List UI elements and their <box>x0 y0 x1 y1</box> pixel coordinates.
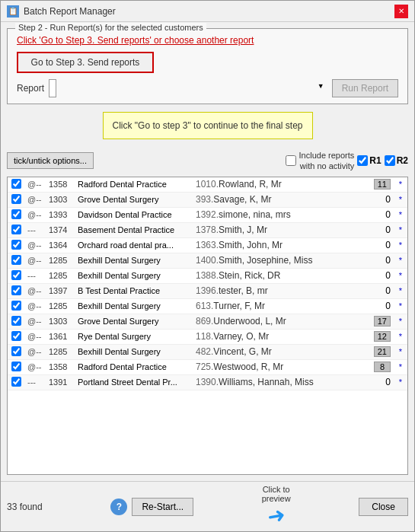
star-cell[interactable]: * <box>394 374 407 390</box>
num-badge: 21 <box>374 346 391 357</box>
goto-step3-button[interactable]: Go to Step 3. Send reports <box>17 52 154 73</box>
contact-id-cell: 1388.Stein, Rick, DR <box>193 268 371 283</box>
practice-name-cell: Grove Dental Surgery <box>75 314 193 329</box>
window-title: Batch Report Manager <box>24 6 116 17</box>
table-row: @-- 1361 Rye Dental Surgery 118.Varney, … <box>8 329 407 344</box>
row-checkbox-cell <box>8 192 24 207</box>
practice-name-cell: Bexhill Dental Surgery <box>75 268 193 283</box>
row-checkbox[interactable] <box>11 194 21 204</box>
contact-name: Smith, John, Mr <box>219 240 283 250</box>
preview-arrow-icon: ➜ <box>265 502 286 529</box>
contact-name: Williams, Hannah, Miss <box>219 377 314 387</box>
num-cell: 17 <box>371 314 394 329</box>
row-checkbox[interactable] <box>11 255 21 265</box>
window-close-button[interactable]: ✕ <box>394 5 408 18</box>
table-row: --- 1374 Basement Dental Practice 1378.S… <box>8 222 407 237</box>
include-no-activity-checkbox[interactable] <box>286 155 296 166</box>
contact-id: 393. <box>196 194 213 205</box>
star-cell[interactable]: * <box>394 192 407 207</box>
star-cell[interactable]: * <box>394 298 407 314</box>
star-cell[interactable]: * <box>394 268 407 283</box>
restart-button[interactable]: Re-Start... <box>132 498 193 516</box>
customer-table-wrapper: @-- 1358 Radford Dental Practice 1010.Ro… <box>7 177 408 475</box>
r2-checkbox[interactable] <box>385 155 395 166</box>
r2-label: R2 <box>397 155 408 166</box>
practice-id-cell: 1374 <box>46 222 75 237</box>
contact-id-cell: 1010.Rowland, R, Mr <box>193 177 371 193</box>
contact-id: 1392. <box>196 209 219 220</box>
contact-id: 1010. <box>196 179 219 190</box>
contact-name: Savage, K, Mr <box>213 194 271 205</box>
row-checkbox[interactable] <box>11 362 21 371</box>
table-row: @-- 1303 Grove Dental Surgery 393.Savage… <box>8 192 407 207</box>
num-badge: 17 <box>374 316 391 327</box>
contact-id: 613. <box>196 301 213 311</box>
contact-name: Smith, J, Mr <box>219 225 267 235</box>
r1-checkbox[interactable] <box>357 155 368 166</box>
close-button[interactable]: Close <box>359 498 408 516</box>
practice-name-cell: Bexhill Dental Surgery <box>75 298 193 314</box>
practice-id-cell: 1285 <box>46 344 75 359</box>
contact-id-cell: 869.Underwood, L, Mr <box>193 314 371 329</box>
step3-link[interactable]: Go to Step 3. Send reports <box>41 35 150 46</box>
practice-id-cell: 1285 <box>46 253 75 268</box>
num-cell: 11 <box>371 177 394 193</box>
table-row: @-- 1285 Bexhill Dental Surgery 1400.Smi… <box>8 253 407 268</box>
contact-id-cell: 613.Turner, F, Mr <box>193 298 371 314</box>
row-checkbox[interactable] <box>11 377 21 387</box>
row-checkbox[interactable] <box>11 301 21 311</box>
star-cell[interactable]: * <box>394 177 407 193</box>
table-row: @-- 1358 Radford Dental Practice 1010.Ro… <box>8 177 407 193</box>
row-checkbox[interactable] <box>11 316 21 326</box>
at-cell: @-- <box>24 329 46 344</box>
contact-id-cell: 1390.Williams, Hannah, Miss <box>193 374 371 390</box>
num-cell: 0 <box>371 268 394 283</box>
star-cell[interactable]: * <box>394 359 407 374</box>
practice-name-cell: Radford Dental Practice <box>75 359 193 374</box>
contact-name: Vincent, G, Mr <box>213 346 271 357</box>
report-dropdown[interactable] <box>49 79 56 97</box>
contact-id: 1390. <box>196 377 219 387</box>
row-checkbox[interactable] <box>11 331 21 341</box>
r1-label: R1 <box>369 155 381 166</box>
at-cell: --- <box>24 268 46 283</box>
table-row: @-- 1364 Orchard road dental pra... 1363… <box>8 237 407 253</box>
num-cell: 8 <box>371 359 394 374</box>
star-cell[interactable]: * <box>394 222 407 237</box>
step2-label: Step 2 - Run Report(s) for the selected … <box>15 23 206 32</box>
star-cell[interactable]: * <box>394 237 407 253</box>
practice-id-cell: 1358 <box>46 359 75 374</box>
table-row: @-- 1303 Grove Dental Surgery 869.Underw… <box>8 314 407 329</box>
contact-id-cell: 1363.Smith, John, Mr <box>193 237 371 253</box>
row-checkbox[interactable] <box>11 346 21 356</box>
star-cell[interactable]: * <box>394 314 407 329</box>
at-cell: @-- <box>24 192 46 207</box>
customer-table: @-- 1358 Radford Dental Practice 1010.Ro… <box>8 177 407 390</box>
row-checkbox-cell <box>8 374 24 390</box>
row-checkbox[interactable] <box>11 285 21 295</box>
row-checkbox[interactable] <box>11 270 21 280</box>
row-checkbox[interactable] <box>11 209 21 219</box>
click-to-preview[interactable]: Click topreview ➜ <box>262 485 291 528</box>
step2-section: Step 2 - Run Report(s) for the selected … <box>7 28 408 104</box>
table-row: @-- 1358 Radford Dental Practice 725.Wes… <box>8 359 407 374</box>
star-cell[interactable]: * <box>394 283 407 298</box>
row-checkbox-cell <box>8 359 24 374</box>
tick-untick-button[interactable]: tick/untick options... <box>7 152 94 169</box>
contact-name: Westwood, R, Mr <box>213 362 283 372</box>
run-report-button[interactable]: Run Report <box>332 79 398 97</box>
help-button[interactable]: ? <box>110 499 127 515</box>
row-checkbox[interactable] <box>11 240 21 250</box>
star-cell[interactable]: * <box>394 207 407 222</box>
contact-name: tester, B, mr <box>219 285 268 296</box>
star-cell[interactable]: * <box>394 329 407 344</box>
practice-id-cell: 1303 <box>46 314 75 329</box>
row-checkbox[interactable] <box>11 225 21 234</box>
star-cell[interactable]: * <box>394 253 407 268</box>
table-row: @-- 1397 B Test Dental Practice 1396.tes… <box>8 283 407 298</box>
at-cell: @-- <box>24 314 46 329</box>
star-cell[interactable]: * <box>394 344 407 359</box>
row-checkbox[interactable] <box>11 179 21 189</box>
contact-id-cell: 725.Westwood, R, Mr <box>193 359 371 374</box>
num-cell: 21 <box>371 344 394 359</box>
